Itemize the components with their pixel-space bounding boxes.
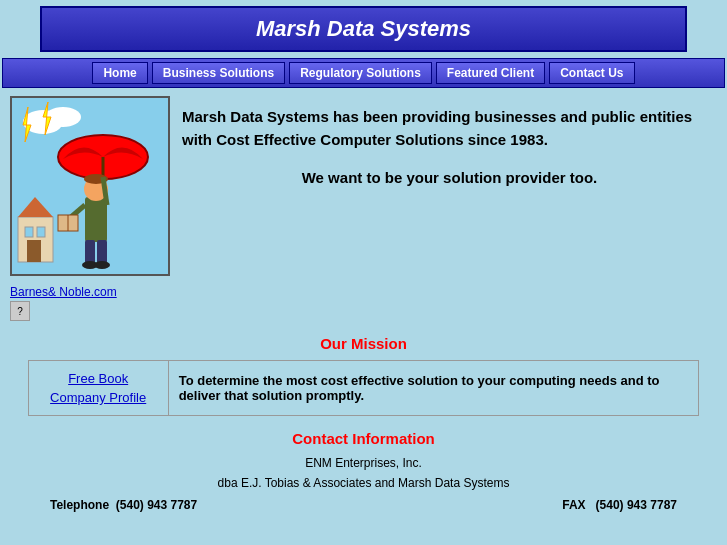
fax-label: FAX — [562, 498, 585, 512]
contact-info: ENM Enterprises, Inc. dba E.J. Tobias & … — [10, 453, 717, 494]
barnes-noble-link[interactable]: Barnes& Noble.com — [10, 285, 117, 299]
site-title: Marsh Data Systems — [42, 16, 685, 42]
svg-rect-7 — [85, 197, 107, 242]
intro-paragraph: Marsh Data Systems has been providing bu… — [182, 106, 717, 151]
main-content: Marsh Data Systems has been providing bu… — [0, 88, 727, 520]
navbar: Home Business Solutions Regulatory Solut… — [2, 58, 725, 88]
nav-contact[interactable]: Contact Us — [549, 62, 634, 84]
mission-heading: Our Mission — [10, 335, 717, 352]
nav-regulatory[interactable]: Regulatory Solutions — [289, 62, 432, 84]
svg-point-17 — [94, 261, 110, 269]
header-title-bar: Marsh Data Systems — [40, 6, 687, 52]
telephone-number: (540) 943 7787 — [116, 498, 197, 512]
contact-heading: Contact Information — [10, 430, 717, 447]
intro-section: Marsh Data Systems has been providing bu… — [10, 96, 717, 276]
contact-phone-row: Telephone (540) 943 7787 FAX (540) 943 7… — [50, 498, 677, 512]
contact-dba: dba E.J. Tobias & Associates and Marsh D… — [10, 473, 717, 493]
mission-text-cell: To determine the most cost effective sol… — [168, 361, 699, 416]
telephone-label: Telephone — [50, 498, 109, 512]
nav-featured[interactable]: Featured Client — [436, 62, 545, 84]
contact-company: ENM Enterprises, Inc. — [10, 453, 717, 473]
company-profile-link[interactable]: Company Profile — [39, 390, 158, 405]
hero-image — [10, 96, 170, 276]
fax-field: FAX (540) 943 7787 — [562, 498, 677, 512]
barnes-noble-area: Barnes& Noble.com ? — [10, 284, 717, 321]
free-book-link[interactable]: Free Book — [39, 371, 158, 386]
intro-tagline: We want to be your solution provider too… — [182, 167, 717, 190]
mission-table: Free Book Company Profile To determine t… — [28, 360, 700, 416]
nav-business[interactable]: Business Solutions — [152, 62, 285, 84]
intro-text: Marsh Data Systems has been providing bu… — [182, 96, 717, 190]
svg-rect-22 — [27, 240, 41, 262]
fax-number: (540) 943 7787 — [596, 498, 677, 512]
mission-links-cell: Free Book Company Profile — [28, 361, 168, 416]
svg-rect-21 — [37, 227, 45, 237]
nav-home[interactable]: Home — [92, 62, 147, 84]
mission-row: Free Book Company Profile To determine t… — [28, 361, 699, 416]
telephone-field: Telephone (540) 943 7787 — [50, 498, 197, 512]
svg-rect-20 — [25, 227, 33, 237]
barnes-noble-icon: ? — [10, 301, 30, 321]
